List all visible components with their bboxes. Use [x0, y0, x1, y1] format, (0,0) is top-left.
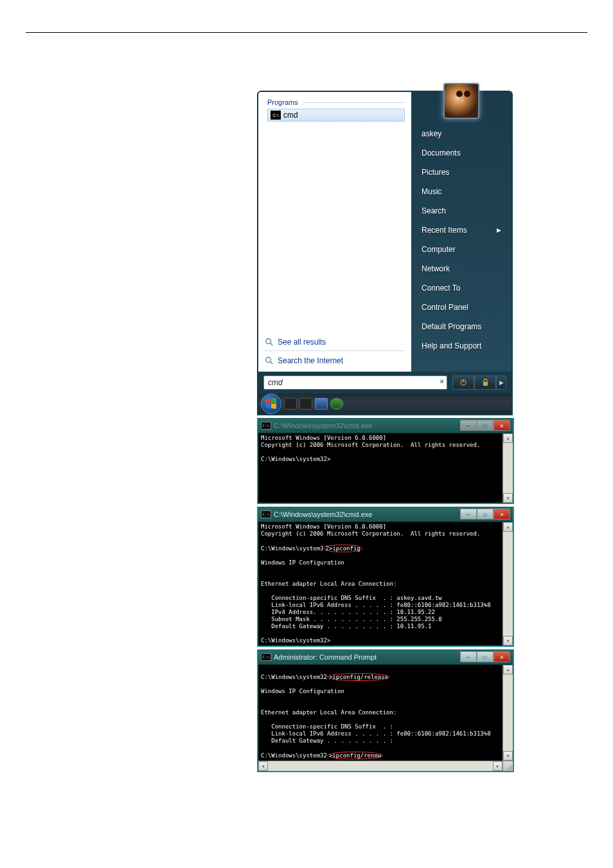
start-menu-search-row: cmd × ▶ [258, 372, 511, 393]
cmd-output: Microsoft Windows [Version 6.0.6000] Cop… [258, 433, 502, 503]
power-options-more[interactable]: ▶ [496, 375, 506, 390]
scroll-down-icon[interactable]: ▾ [503, 493, 513, 503]
start-menu-right-panel: askey Documents Pictures Music Search Re… [411, 92, 511, 372]
cmd-line: Ethernet adapter Local Area Connection: [261, 709, 396, 716]
vertical-scrollbar[interactable]: ▴ ▾ [502, 522, 513, 646]
cmd-titlebar[interactable]: C:\ C:\Windows\system32\cmd.exe — ☐ ✕ [258, 418, 513, 433]
lock-button[interactable] [474, 375, 496, 390]
right-item-label: Search [422, 206, 446, 215]
circled-command-ipconfig: 2>ipconfig [324, 545, 362, 552]
cmd-line: Subnet Mask . . . . . . . . . . . : 255.… [261, 616, 442, 622]
right-item-label: Help and Support [422, 341, 481, 350]
search-internet-link[interactable]: Search the Internet [265, 354, 405, 368]
horizontal-scrollbar[interactable]: ◂ ▸ [258, 761, 513, 771]
start-button[interactable] [261, 393, 281, 414]
cmd-window-2: C:\ C:\Windows\system32\cmd.exe — ☐ ✕ Mi… [257, 507, 514, 647]
cmd-line: Copyright (c) 2006 Microsoft Corporation… [261, 442, 480, 448]
cmd-line: Microsoft Windows [Version 6.0.6000] [261, 523, 386, 530]
cmd-titlebar[interactable]: C:\ Administrator: Command Prompt — ☐ ✕ [258, 649, 513, 665]
right-item-search[interactable]: Search [420, 201, 502, 221]
scroll-up-icon[interactable]: ▴ [503, 665, 513, 674]
right-item-label: Recent Items [422, 226, 467, 235]
scroll-down-icon[interactable]: ▾ [503, 636, 513, 646]
right-item-default-programs[interactable]: Default Programs [420, 317, 502, 336]
vertical-scrollbar[interactable]: ▴ ▾ [502, 665, 513, 761]
taskbar-quicklaunch-ie[interactable] [315, 398, 328, 410]
right-item-label: Control Panel [422, 303, 468, 312]
programs-header: Programs [267, 98, 405, 106]
user-avatar[interactable] [443, 83, 479, 119]
program-result-cmd[interactable]: C:\ cmd [267, 109, 405, 122]
taskbar-quicklaunch-switch[interactable] [299, 398, 312, 410]
start-menu-left-panel: Programs C:\ cmd See all results [258, 92, 411, 372]
cmd-line: Windows IP Configuration [261, 559, 344, 566]
right-item-computer[interactable]: Computer [420, 240, 502, 259]
right-item-network[interactable]: Network [420, 259, 502, 278]
cmd-output: Microsoft Windows [Version 6.0.6000] Cop… [258, 522, 502, 646]
right-item-help[interactable]: Help and Support [420, 336, 502, 356]
scroll-down-icon[interactable]: ▾ [503, 751, 513, 761]
right-item-label: Pictures [422, 168, 449, 177]
cmd-window-3: C:\ Administrator: Command Prompt — ☐ ✕ … [257, 649, 514, 772]
close-button[interactable]: ✕ [493, 651, 510, 662]
circled-command-renew: >ipconfig/renew [327, 752, 383, 759]
windows-logo-icon [265, 397, 278, 410]
search-input-value: cmd [268, 378, 283, 387]
cmd-line: Copyright (c) 2006 Microsoft Corporation… [261, 530, 480, 537]
cmd-line: Default Gateway . . . . . . . . . : [261, 737, 393, 744]
cmd-line: Connection-specific DNS Suffix . : [261, 723, 393, 730]
cmd-line: Ethernet adapter Local Area Connection: [261, 581, 396, 587]
taskbar [258, 393, 511, 414]
search-internet-label: Search the Internet [278, 356, 343, 365]
right-item-recent[interactable]: Recent Items▶ [420, 221, 502, 240]
right-item-connect-to[interactable]: Connect To [420, 278, 502, 298]
vista-start-menu: Programs C:\ cmd See all results [257, 91, 513, 415]
svg-rect-6 [483, 382, 488, 386]
clear-search-button[interactable]: × [440, 377, 444, 385]
cmd-window-1: C:\ C:\Windows\system32\cmd.exe — ☐ ✕ Mi… [257, 418, 514, 504]
cmd-line: Link-local IPv6 Address . . . . . : fe80… [261, 602, 491, 608]
cmd-line: Windows IP Configuration [261, 688, 344, 694]
taskbar-quicklaunch-desktop[interactable] [284, 398, 297, 410]
minimize-button[interactable]: — [460, 509, 477, 520]
start-search-input[interactable]: cmd × [263, 375, 447, 390]
taskbar-quicklaunch-media[interactable] [330, 398, 343, 410]
close-button[interactable]: ✕ [493, 420, 510, 431]
search-icon [265, 338, 274, 347]
right-item-music[interactable]: Music [420, 182, 502, 201]
scroll-up-icon[interactable]: ▴ [503, 522, 513, 532]
vertical-scrollbar[interactable]: ▴ ▾ [502, 433, 513, 503]
minimize-button[interactable]: — [460, 420, 477, 431]
cmd-titlebar[interactable]: C:\ C:\Windows\system32\cmd.exe — ☐ ✕ [258, 507, 513, 522]
right-item-control-panel[interactable]: Control Panel [420, 298, 502, 317]
cmd-prompt: C:\Windows\system32 [261, 674, 327, 680]
cmd-line: Connection-specific DNS Suffix . : askey… [261, 595, 442, 601]
cmd-title-text: C:\Windows\system32\cmd.exe [274, 511, 458, 518]
scroll-left-icon[interactable]: ◂ [258, 761, 268, 771]
right-item-label: Music [422, 187, 441, 196]
power-button[interactable] [452, 375, 474, 390]
see-all-results-link[interactable]: See all results [265, 335, 405, 349]
close-button[interactable]: ✕ [493, 509, 510, 520]
scroll-right-icon[interactable]: ▸ [493, 761, 502, 771]
cmd-title-icon: C:\ [261, 422, 271, 429]
cmd-title-text: C:\Windows\system32\cmd.exe [274, 422, 458, 429]
right-item-documents[interactable]: Documents [420, 143, 502, 163]
cmd-prompt: C:\Windows\system32> [261, 456, 330, 462]
right-item-label: Computer [422, 245, 456, 254]
maximize-button[interactable]: ☐ [477, 509, 493, 520]
lock-icon [482, 379, 489, 386]
minimize-button[interactable]: — [460, 651, 477, 662]
resize-grip[interactable] [502, 761, 513, 771]
right-item-user[interactable]: askey [420, 124, 502, 143]
scroll-up-icon[interactable]: ▴ [503, 433, 513, 443]
maximize-button[interactable]: ☐ [477, 651, 493, 662]
cmd-title-icon: C:\ [261, 653, 271, 661]
cmd-line: Microsoft Windows [Version 6.0.6000] [261, 435, 386, 441]
cmd-output: C:\Windows\system32>ipconfig/release Win… [258, 665, 502, 761]
maximize-button[interactable]: ☐ [477, 420, 493, 431]
right-item-pictures[interactable]: Pictures [420, 163, 502, 182]
right-item-label: Default Programs [422, 322, 481, 331]
svg-line-1 [271, 343, 273, 346]
right-item-label: Connect To [422, 284, 461, 293]
